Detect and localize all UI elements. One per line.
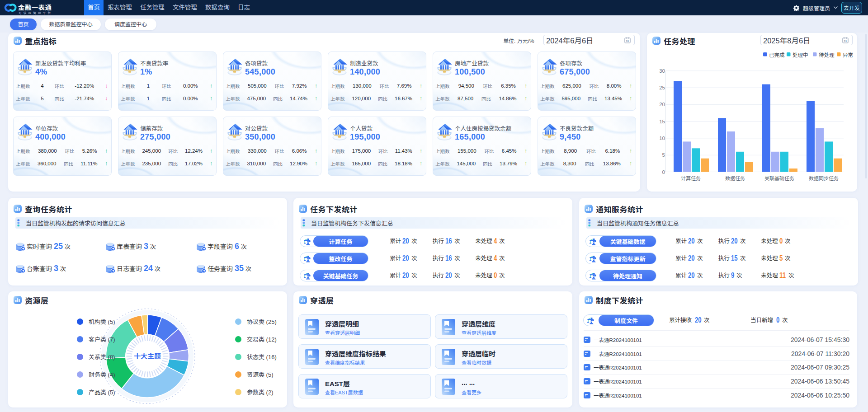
svg-text:25: 25: [659, 85, 665, 90]
svg-text:关联基础任务: 关联基础任务: [764, 176, 794, 181]
svg-text:数据任务: 数据任务: [725, 176, 745, 181]
svg-text:已完成: 已完成: [769, 52, 785, 58]
svg-text:30: 30: [659, 68, 665, 74]
svg-text:5: 5: [662, 152, 665, 158]
svg-text:十大主题: 十大主题: [134, 351, 161, 360]
svg-text:0: 0: [662, 169, 665, 175]
svg-text:10: 10: [659, 136, 665, 141]
svg-text:31: 31: [626, 39, 629, 42]
svg-text:20: 20: [659, 102, 665, 107]
svg-text:处理中: 处理中: [793, 52, 808, 58]
svg-text:待处理: 待处理: [819, 52, 835, 58]
svg-text:15: 15: [659, 119, 665, 124]
svg-text:数据同步任务: 数据同步任务: [809, 176, 839, 181]
svg-text:异常: 异常: [843, 52, 853, 58]
svg-text:计算任务: 计算任务: [681, 176, 701, 181]
